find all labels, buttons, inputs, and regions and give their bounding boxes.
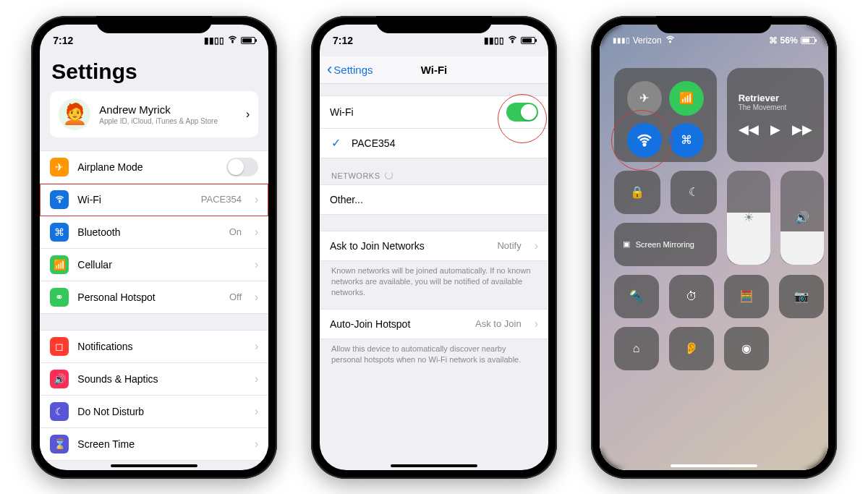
ask-join-footer: Known networks will be joined automatica… <box>320 261 548 299</box>
ear-icon: 👂 <box>684 341 699 355</box>
chevron-icon: › <box>255 258 258 271</box>
cellular-button[interactable]: 📶 <box>669 81 704 116</box>
speaker-icon: 🔊 <box>795 210 809 224</box>
chevron-icon: › <box>255 226 258 239</box>
row-label: Wi-Fi <box>330 106 354 118</box>
lock-icon: 🔒 <box>630 185 644 199</box>
status-battery: 56% <box>780 35 798 46</box>
prev-button[interactable]: ◀◀ <box>739 122 759 137</box>
row-bluetooth[interactable]: ⌘ Bluetooth On › <box>40 216 268 249</box>
mirror-icon: ▣ <box>623 239 630 249</box>
antenna-icon: 📶 <box>679 91 694 105</box>
settings-group-connectivity: ✈ Airplane Mode Wi-Fi PACE354 › ⌘ Blueto… <box>40 150 268 314</box>
flashlight-button[interactable]: 🔦 <box>614 275 659 318</box>
calculator-button[interactable]: 🧮 <box>724 275 769 318</box>
chevron-icon: › <box>255 193 258 206</box>
row-auto-join-hotspot[interactable]: Auto-Join Hotspot Ask to Join › <box>320 310 548 338</box>
row-airplane-mode[interactable]: ✈ Airplane Mode <box>40 151 268 184</box>
home-indicator[interactable] <box>671 464 757 467</box>
row-label: Auto-Join Hotspot <box>330 318 410 330</box>
moon-icon: ☾ <box>689 185 699 199</box>
row-sounds[interactable]: 🔊 Sounds & Haptics › <box>40 363 268 396</box>
wifi-icon <box>507 34 518 47</box>
home-icon: ⌂ <box>633 342 640 355</box>
nav-title: Wi-Fi <box>421 64 448 76</box>
volume-slider[interactable]: 🔊 <box>780 171 824 265</box>
chevron-icon: › <box>255 340 258 353</box>
brightness-slider[interactable]: ☀ <box>727 171 770 265</box>
airplane-toggle[interactable] <box>226 158 258 176</box>
row-connected-network[interactable]: ✓ PACE354 <box>320 129 548 158</box>
autojoin-group: Auto-Join Hotspot Ask to Join › <box>320 309 548 339</box>
wifi-icon <box>636 132 653 149</box>
camera-button[interactable]: 📷 <box>779 275 824 318</box>
ask-join-group: Ask to Join Networks Notify › <box>320 231 548 261</box>
row-screen-time[interactable]: ⌛ Screen Time › <box>40 428 268 460</box>
wifi-toggle[interactable] <box>506 103 538 122</box>
profile-name: Andrew Myrick <box>99 103 237 116</box>
chevron-icon: › <box>255 438 258 451</box>
phone-wifi-settings: 7:12 ▮▮▯▯ ‹ Settings Wi-Fi Wi-Fi <box>311 16 557 479</box>
timer-icon: ⏱ <box>686 290 697 303</box>
wifi-icon <box>665 34 676 47</box>
spinner-icon <box>385 171 393 179</box>
airplane-icon: ✈ <box>639 91 649 105</box>
back-button[interactable]: ‹ Settings <box>327 64 373 76</box>
row-label: Sounds & Haptics <box>77 373 158 385</box>
volume-fill <box>780 231 824 265</box>
now-playing-title: Retriever <box>739 93 779 103</box>
settings-group-notifications: ◻ Notifications › 🔊 Sounds & Haptics › ☾… <box>40 330 268 461</box>
connectivity-tile[interactable]: ✈ 📶 ⌘ <box>614 68 717 162</box>
bluetooth-button[interactable]: ⌘ <box>669 123 704 158</box>
screen-mirroring-button[interactable]: ▣ Screen Mirroring <box>614 223 717 266</box>
signal-icon: ▮▮▮▯ <box>613 36 630 44</box>
hotspot-icon: ⚭ <box>50 288 69 307</box>
chevron-icon: › <box>246 108 250 121</box>
profile-card[interactable]: 🧑‍🦰 Andrew Myrick Apple ID, iCloud, iTun… <box>50 91 258 137</box>
control-center-grid: ✈ 📶 ⌘ Retriever The Movement ◀◀ ▶ ▶▶ 🔒 <box>614 68 814 370</box>
home-indicator[interactable] <box>111 464 197 467</box>
row-label: Screen Time <box>77 438 135 450</box>
home-button[interactable]: ⌂ <box>614 327 659 370</box>
home-indicator[interactable] <box>391 464 477 467</box>
checkmark-icon: ✓ <box>330 136 343 150</box>
row-dnd[interactable]: ☾ Do Not Disturb › <box>40 396 268 428</box>
row-notifications[interactable]: ◻ Notifications › <box>40 331 268 363</box>
hearing-button[interactable]: 👂 <box>669 327 714 370</box>
profile-sub: Apple ID, iCloud, iTunes & App Store <box>99 117 237 125</box>
row-label: Wi-Fi <box>77 194 101 205</box>
row-cellular[interactable]: 📶 Cellular › <box>40 249 268 281</box>
network-name: PACE354 <box>352 137 395 149</box>
sun-icon: ☀ <box>744 210 754 224</box>
row-label: Cellular <box>77 259 111 271</box>
row-label: Do Not Disturb <box>77 406 144 417</box>
timer-button[interactable]: ⏱ <box>669 275 714 318</box>
orientation-lock-button[interactable]: 🔒 <box>614 171 660 214</box>
svg-point-1 <box>59 202 60 203</box>
status-time: 7:12 <box>53 35 73 46</box>
battery-icon <box>521 37 535 44</box>
row-label: Personal Hotspot <box>77 291 155 303</box>
wifi-button[interactable] <box>627 123 662 158</box>
networks-header: NETWORKS <box>320 158 548 184</box>
airplane-button[interactable]: ✈ <box>627 81 662 116</box>
chevron-icon: › <box>255 291 258 304</box>
row-personal-hotspot[interactable]: ⚭ Personal Hotspot Off › <box>40 281 268 313</box>
small-controls-left: 🔒 ☾ ▣ Screen Mirroring <box>614 171 717 266</box>
row-label: Other... <box>330 194 363 205</box>
row-wifi-toggle[interactable]: Wi-Fi <box>320 96 548 129</box>
row-value: On <box>229 226 242 237</box>
row-ask-to-join[interactable]: Ask to Join Networks Notify › <box>320 231 548 260</box>
now-playing-tile[interactable]: Retriever The Movement ◀◀ ▶ ▶▶ <box>727 68 824 162</box>
row-label: Bluetooth <box>77 226 120 238</box>
next-button[interactable]: ▶▶ <box>792 122 812 137</box>
play-button[interactable]: ▶ <box>770 122 780 137</box>
row-other-network[interactable]: Other... <box>320 185 548 214</box>
avatar: 🧑‍🦰 <box>59 98 90 130</box>
screen-record-button[interactable]: ◉ <box>724 327 769 370</box>
wifi-toggle-group: Wi-Fi ✓ PACE354 <box>320 95 548 158</box>
row-wifi[interactable]: Wi-Fi PACE354 › <box>40 184 268 216</box>
dnd-button[interactable]: ☾ <box>671 171 717 214</box>
back-label: Settings <box>333 64 373 76</box>
moon-icon: ☾ <box>50 402 69 421</box>
